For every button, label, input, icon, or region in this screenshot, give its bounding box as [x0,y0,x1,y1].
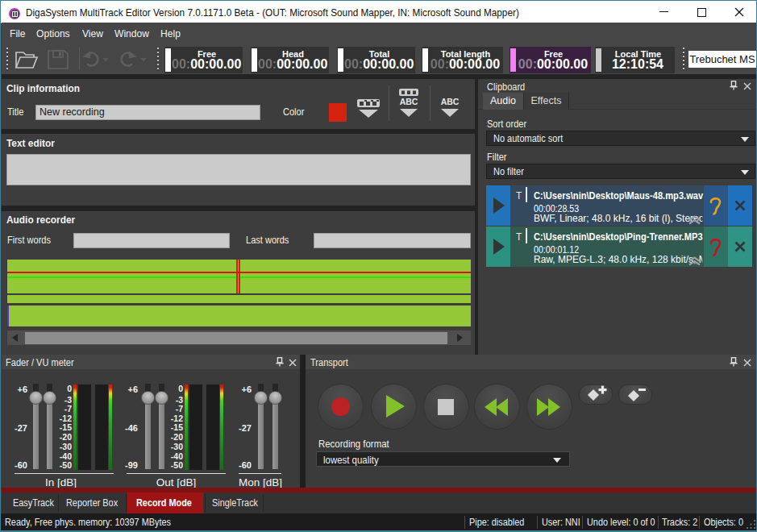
svg-text:ABC: ABC [441,97,460,106]
svg-text:ABC: ABC [400,97,418,106]
